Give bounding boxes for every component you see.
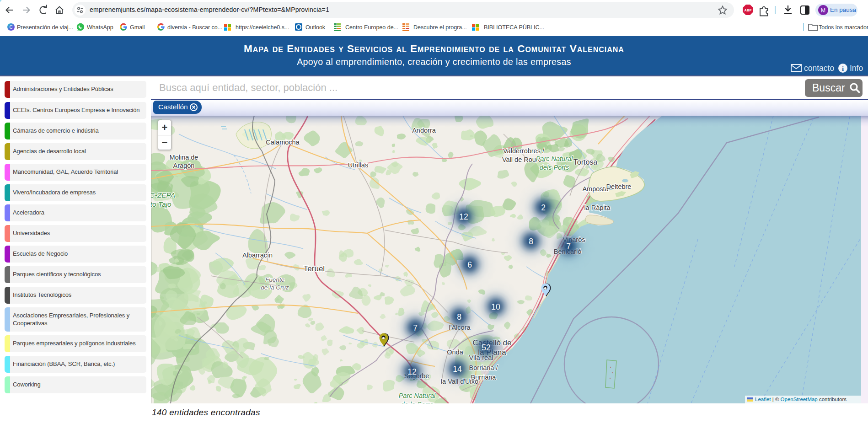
svg-text:contacto: contacto xyxy=(804,64,834,73)
svg-text:52: 52 xyxy=(482,343,490,352)
svg-text:Amposta: Amposta xyxy=(582,185,609,193)
svg-text:Tortosa: Tortosa xyxy=(573,158,598,166)
svg-text:dels Ports: dels Ports xyxy=(540,164,569,171)
svg-text:i: i xyxy=(842,65,844,72)
svg-text:la Ràpita: la Ràpita xyxy=(584,204,611,211)
svg-text:de la Cruz: de la Cruz xyxy=(261,284,289,291)
svg-text:Fuente: Fuente xyxy=(265,276,284,283)
svg-text:8: 8 xyxy=(529,237,533,246)
svg-text:Albarracín: Albarracín xyxy=(242,252,273,259)
svg-text:C: C xyxy=(9,25,12,30)
svg-text:Calamocha: Calamocha xyxy=(266,139,300,146)
svg-text:de la Serra: de la Serra xyxy=(401,401,434,403)
svg-text:2: 2 xyxy=(541,203,546,212)
svg-text:6: 6 xyxy=(467,260,472,269)
svg-text:7: 7 xyxy=(413,323,418,332)
svg-text:8: 8 xyxy=(457,312,461,322)
svg-text:Teruel: Teruel xyxy=(304,264,325,273)
svg-text:lto Tajo: lto Tajo xyxy=(151,200,171,208)
svg-text:EC-ZEPA: EC-ZEPA xyxy=(151,191,175,199)
svg-text:Info: Info xyxy=(850,64,863,73)
svg-text:10: 10 xyxy=(491,302,500,311)
svg-text:Utrillas: Utrillas xyxy=(348,161,368,169)
svg-text:Molina de: Molina de xyxy=(170,154,198,161)
svg-text:Deltebre: Deltebre xyxy=(606,183,632,190)
svg-text:14: 14 xyxy=(453,365,462,374)
svg-text:12: 12 xyxy=(459,212,468,221)
svg-text:7: 7 xyxy=(566,242,571,251)
svg-text:Leaflet | © OpenStreetMap cont: Leaflet | © OpenStreetMap contributors xyxy=(755,397,847,402)
svg-text:Aragón: Aragón xyxy=(173,162,195,169)
svg-text:Valderrobres /: Valderrobres / xyxy=(503,147,545,155)
svg-text:Andorra: Andorra xyxy=(412,127,436,134)
svg-text:Parc Natural: Parc Natural xyxy=(536,155,573,162)
svg-text:12: 12 xyxy=(407,367,416,376)
